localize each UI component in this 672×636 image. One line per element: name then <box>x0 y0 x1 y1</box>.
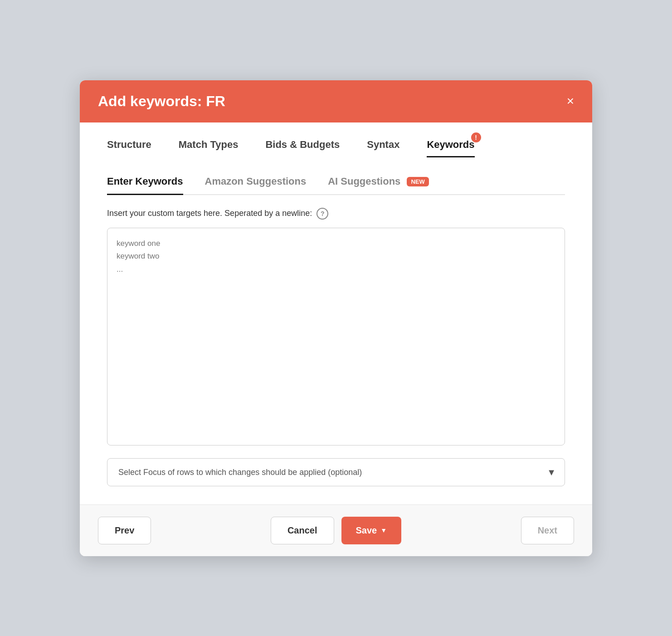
footer-right: Next <box>521 517 574 544</box>
sub-tab-enter-keywords[interactable]: Enter Keywords <box>107 176 183 195</box>
focus-select[interactable]: Select Focus of rows to which changes sh… <box>107 458 565 486</box>
sub-tabs: Enter Keywords Amazon Suggestions AI Sug… <box>107 176 565 195</box>
save-label: Save <box>356 525 377 536</box>
close-button[interactable]: × <box>567 95 574 108</box>
tab-match-types[interactable]: Match Types <box>179 139 239 157</box>
keywords-tab-badge: ! <box>471 132 481 142</box>
footer-center: Cancel Save ▼ <box>271 517 401 544</box>
modal-footer: Prev Cancel Save ▼ Next <box>80 504 592 556</box>
save-button[interactable]: Save ▼ <box>341 517 402 544</box>
help-icon[interactable]: ? <box>317 208 328 220</box>
tab-keywords[interactable]: Keywords ! <box>427 139 474 157</box>
footer-left: Prev <box>98 517 151 544</box>
keywords-textarea[interactable] <box>107 228 565 445</box>
modal-container: Add keywords: FR × Structure Match Types… <box>80 80 592 556</box>
cancel-button[interactable]: Cancel <box>271 517 334 544</box>
next-button[interactable]: Next <box>521 517 574 544</box>
modal-header: Add keywords: FR × <box>80 80 592 122</box>
modal-title: Add keywords: FR <box>98 93 225 110</box>
tab-structure[interactable]: Structure <box>107 139 151 157</box>
save-caret: ▼ <box>380 527 387 534</box>
prev-button[interactable]: Prev <box>98 517 151 544</box>
new-badge: NEW <box>407 177 429 186</box>
modal-content: Enter Keywords Amazon Suggestions AI Sug… <box>80 157 592 504</box>
tab-syntax[interactable]: Syntax <box>367 139 399 157</box>
instruction-row: Insert your custom targets here. Seperat… <box>107 208 565 220</box>
wizard-tabs: Structure Match Types Bids & Budgets Syn… <box>80 122 592 157</box>
instruction-text: Insert your custom targets here. Seperat… <box>107 209 312 218</box>
sub-tab-ai-suggestions[interactable]: AI Suggestions NEW <box>328 176 429 195</box>
tab-bids-budgets[interactable]: Bids & Budgets <box>265 139 340 157</box>
focus-select-wrapper: Select Focus of rows to which changes sh… <box>107 458 565 486</box>
sub-tab-amazon-suggestions[interactable]: Amazon Suggestions <box>205 176 307 195</box>
